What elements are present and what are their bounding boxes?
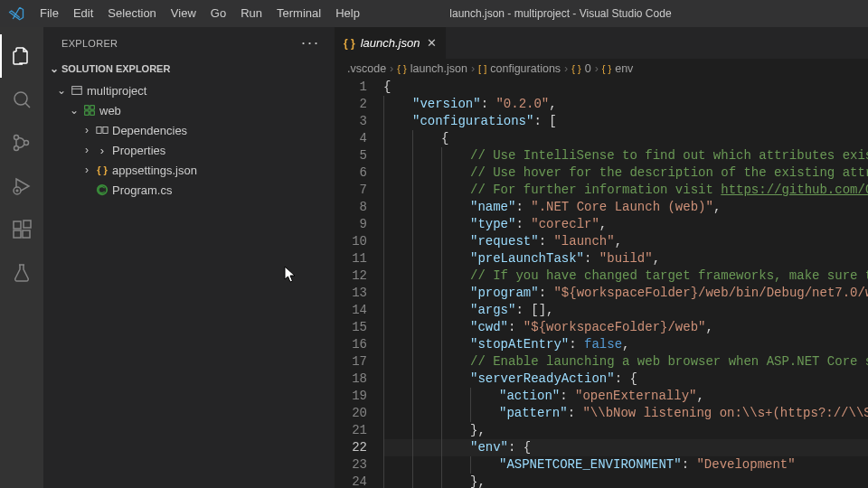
code-line[interactable]: "name": ".NET Core Launch (web)", xyxy=(383,199,868,216)
menu-run[interactable]: Run xyxy=(233,0,269,27)
breadcrumb-item[interactable]: { }launch.json xyxy=(397,62,467,75)
line-number: 4 xyxy=(335,130,367,147)
line-number: 20 xyxy=(335,405,367,422)
code-line[interactable]: "serverReadyAction": { xyxy=(383,371,868,388)
file-tree: ⌄multiproject⌄web›Dependencies››Properti… xyxy=(43,79,335,200)
svg-point-1 xyxy=(14,136,19,140)
chevron-right-icon: › xyxy=(80,144,94,156)
code-content[interactable]: {"version": "0.2.0","configurations": [{… xyxy=(383,79,868,488)
line-number: 1 xyxy=(335,79,367,96)
extensions-icon[interactable] xyxy=(0,208,43,251)
code-line[interactable]: "stopAtEntry": false, xyxy=(383,336,868,353)
explorer-icon[interactable] xyxy=(0,34,43,78)
sidebar-more-icon[interactable]: ··· xyxy=(301,33,320,52)
code-line[interactable]: // Use IntelliSense to find out which at… xyxy=(383,147,868,164)
code-line[interactable]: "program": "${workspaceFolder}/web/bin/D… xyxy=(383,285,868,302)
tab-launch-json[interactable]: { } launch.json ✕ xyxy=(335,27,447,59)
tab-bar: { } launch.json ✕ xyxy=(335,27,868,59)
tree-item-label: Dependencies xyxy=(112,124,187,137)
line-number: 16 xyxy=(335,336,367,353)
code-line[interactable]: // Enable launching a web browser when A… xyxy=(383,353,868,371)
line-number: 5 xyxy=(335,147,367,164)
json-braces-icon: { } xyxy=(602,63,611,74)
breadcrumb-item[interactable]: { }env xyxy=(602,62,634,75)
line-number: 13 xyxy=(335,285,367,302)
code-line[interactable]: "preLaunchTask": "build", xyxy=(383,250,868,267)
code-line[interactable]: { xyxy=(383,79,868,96)
run-debug-icon[interactable] xyxy=(0,164,43,208)
tree-item-label: Program.cs xyxy=(112,183,172,197)
code-line[interactable]: "action": "openExternally", xyxy=(383,388,868,405)
breadcrumb-label: .vscode xyxy=(347,62,386,75)
json-braces-icon: { } xyxy=(571,63,580,74)
svg-rect-14 xyxy=(97,127,101,134)
breadcrumb-item[interactable]: { }0 xyxy=(571,62,590,75)
tree-item[interactable]: ››Properties xyxy=(43,140,335,160)
sidebar-header: EXPLORER ··· xyxy=(43,27,335,59)
menubar: FileEditSelectionViewGoRunTerminalHelp l… xyxy=(0,0,868,27)
line-number: 15 xyxy=(335,319,367,336)
tree-item[interactable]: ›{ }appsettings.json xyxy=(43,160,335,180)
menu-edit[interactable]: Edit xyxy=(66,0,100,27)
section-header[interactable]: ⌄ SOLUTION EXPLORER xyxy=(43,59,335,79)
menu-terminal[interactable]: Terminal xyxy=(269,0,328,27)
menu-help[interactable]: Help xyxy=(328,0,367,27)
json-braces-icon: { } xyxy=(397,63,406,74)
code-line[interactable]: "configurations": [ xyxy=(383,113,868,130)
code-line[interactable]: // For further information visit https:/… xyxy=(383,182,868,199)
tab-label: launch.json xyxy=(361,36,420,50)
tree-item[interactable]: ⌄web xyxy=(43,100,335,120)
search-icon[interactable] xyxy=(0,78,43,121)
menu-go[interactable]: Go xyxy=(203,0,233,27)
code-line[interactable]: "request": "launch", xyxy=(383,233,868,250)
svg-rect-15 xyxy=(103,127,108,134)
code-editor[interactable]: 123456789101112131415161718192021222324 … xyxy=(335,79,868,488)
json-icon: { } xyxy=(94,164,110,175)
chevron-down-icon: ⌄ xyxy=(54,84,69,97)
code-line[interactable]: "ASPNETCORE_ENVIRONMENT": "Development" xyxy=(383,456,868,474)
close-icon[interactable]: ✕ xyxy=(427,36,437,50)
tree-item[interactable]: ⌄multiproject xyxy=(43,80,335,100)
code-line[interactable]: "args": [], xyxy=(383,302,868,319)
breadcrumb-item[interactable]: [ ]configurations xyxy=(478,62,561,75)
chevron-right-icon: › xyxy=(390,62,393,75)
vscode-logo-icon xyxy=(5,3,27,24)
project-icon xyxy=(81,104,98,117)
line-number: 3 xyxy=(335,113,367,130)
line-number-gutter: 123456789101112131415161718192021222324 xyxy=(335,79,383,488)
reference-icon xyxy=(94,124,110,136)
code-line[interactable]: "version": "0.2.0", xyxy=(383,96,868,113)
line-number: 2 xyxy=(335,96,367,113)
line-number: 8 xyxy=(335,199,367,216)
chevron-right-icon: › xyxy=(471,62,475,75)
tree-item-label: Properties xyxy=(112,144,165,157)
sidebar-title: EXPLORER xyxy=(61,38,118,49)
line-number: 6 xyxy=(335,164,367,182)
tree-item[interactable]: Program.cs xyxy=(43,180,335,200)
breadcrumb-item[interactable]: .vscode xyxy=(347,62,386,75)
sidebar: EXPLORER ··· ⌄ SOLUTION EXPLORER ⌄multip… xyxy=(43,27,335,488)
code-line[interactable]: "cwd": "${workspaceFolder}/web", xyxy=(383,319,868,336)
code-line[interactable]: "type": "coreclr", xyxy=(383,216,868,233)
source-control-icon[interactable] xyxy=(0,121,43,164)
tree-item-label: web xyxy=(99,104,121,117)
code-line[interactable]: // If you have changed target frameworks… xyxy=(383,267,868,285)
svg-rect-6 xyxy=(14,230,21,238)
menu-selection[interactable]: Selection xyxy=(100,0,163,27)
line-number: 7 xyxy=(335,182,367,199)
testing-icon[interactable] xyxy=(0,251,43,295)
menu-file[interactable]: File xyxy=(33,0,66,27)
code-line[interactable]: "pattern": "\\bNow listening on:\\s+(htt… xyxy=(383,405,868,422)
code-line[interactable]: }, xyxy=(383,422,868,439)
chevron-right-icon: › xyxy=(80,164,94,176)
code-line[interactable]: { xyxy=(383,130,868,147)
svg-rect-5 xyxy=(14,221,21,229)
menu-view[interactable]: View xyxy=(164,0,203,27)
code-line[interactable]: "env": { xyxy=(383,439,868,456)
line-number: 11 xyxy=(335,250,367,267)
tree-item[interactable]: ›Dependencies xyxy=(43,120,335,140)
svg-point-2 xyxy=(14,146,19,151)
code-line[interactable]: // Use hover for the description of the … xyxy=(383,164,868,182)
chevron-right-icon: › xyxy=(80,124,94,136)
code-line[interactable]: }, xyxy=(383,474,868,488)
